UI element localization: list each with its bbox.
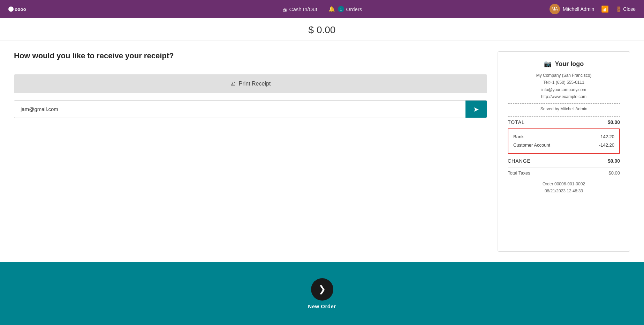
new-order-button[interactable]: ❯ [311, 278, 333, 301]
receipt-order-info: Order 00006-001-0002 08/21/2023 12:48:33 [508, 180, 620, 195]
receipt-total-row: TOTAL $0.00 [508, 116, 620, 125]
avatar: MA [550, 4, 560, 14]
order-number: Order 00006-001-0002 [508, 180, 620, 187]
taxes-value: $0.00 [608, 170, 620, 176]
orders-nav[interactable]: 🔔 1 Orders [328, 6, 362, 12]
email-row: ➤ [14, 100, 487, 118]
send-email-button[interactable]: ➤ [465, 101, 487, 118]
odoo-logo: odoo [8, 4, 29, 14]
camera-icon: 📷 [544, 60, 552, 67]
customer-account-label: Customer Account [513, 141, 550, 150]
company-tel: Tel:+1 (650) 555-0111 [508, 79, 620, 86]
left-panel: How would you like to receive your recei… [14, 51, 487, 252]
company-email: info@yourcompany.com [508, 86, 620, 93]
taxes-label: Total Taxes [508, 170, 530, 176]
payment-row-bank: Bank 142.20 [513, 133, 614, 141]
close-label: Close [623, 6, 636, 12]
header-right: MA Mitchell Admin 📶 🚪 Close [550, 4, 636, 14]
order-date: 08/21/2023 12:48:33 [508, 187, 620, 194]
header: odoo 🖨 Cash In/Out 🔔 1 Orders MA Mitchel… [0, 0, 644, 18]
receipt-payments: Bank 142.20 Customer Account -142.20 [508, 128, 620, 154]
payment-row-customer-account: Customer Account -142.20 [513, 141, 614, 150]
wifi-icon: 📶 [601, 5, 609, 13]
cash-in-out-label: Cash In/Out [289, 6, 317, 12]
email-input[interactable] [14, 101, 465, 118]
receipt-taxes-row: Total Taxes $0.00 [508, 167, 620, 176]
total-label: TOTAL [508, 119, 525, 125]
user-name: Mitchell Admin [563, 6, 594, 12]
amount-display: $ 0.00 [0, 18, 644, 41]
arrow-right-icon: ❯ [318, 284, 326, 295]
receipt-logo-text: Your logo [555, 60, 584, 67]
receipt-panel: 📷 Your logo My Company (San Francisco) T… [498, 51, 630, 252]
cash-in-out-nav[interactable]: 🖨 Cash In/Out [282, 6, 317, 12]
company-name: My Company (San Francisco) [508, 72, 620, 79]
receipt-served-by: Served by Mitchell Admin [508, 106, 620, 111]
orders-label: Orders [346, 6, 362, 12]
footer: ❯ New Order [0, 262, 644, 325]
total-value: $0.00 [608, 119, 620, 125]
orders-bell-icon: 🔔 [328, 6, 335, 12]
receipt-logo-area: 📷 Your logo [508, 60, 620, 68]
orders-badge: 1 [338, 6, 344, 12]
customer-account-value: -142.20 [599, 141, 614, 150]
user-menu[interactable]: MA Mitchell Admin [550, 4, 594, 14]
bank-label: Bank [513, 133, 524, 141]
company-website: http://www.example.com [508, 93, 620, 100]
receipt-company-info: My Company (San Francisco) Tel:+1 (650) … [508, 72, 620, 101]
print-receipt-button[interactable]: 🖨 Print Receipt [14, 74, 487, 93]
receipt-divider-1 [508, 103, 620, 104]
change-label: CHANGE [508, 158, 531, 164]
svg-point-0 [8, 7, 14, 12]
print-receipt-label: Print Receipt [239, 81, 271, 87]
printer-icon: 🖨 [230, 81, 236, 87]
header-nav: 🖨 Cash In/Out 🔔 1 Orders [282, 6, 362, 12]
change-value: $0.00 [608, 158, 620, 164]
close-button[interactable]: 🚪 Close [616, 6, 636, 12]
close-icon: 🚪 [616, 6, 622, 12]
cash-icon: 🖨 [282, 6, 287, 12]
receipt-question: How would you like to receive your recei… [14, 51, 487, 60]
bank-value: 142.20 [600, 133, 614, 141]
receipt-change-row: CHANGE $0.00 [508, 158, 620, 164]
main-content: How would you like to receive your recei… [0, 41, 644, 262]
send-icon: ➤ [473, 105, 479, 113]
new-order-label: New Order [308, 303, 336, 309]
svg-text:odoo: odoo [15, 7, 26, 12]
amount-value: $ 0.00 [309, 24, 336, 35]
